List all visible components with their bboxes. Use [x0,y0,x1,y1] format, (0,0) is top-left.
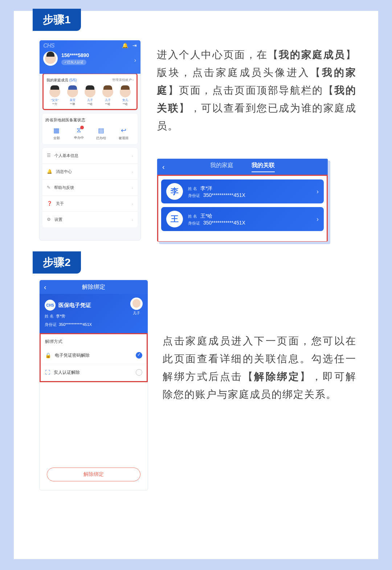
lock-icon: 🔒 [45,352,51,358]
status-done[interactable]: ▤已办结 [91,126,111,141]
chevron-right-icon: › [132,170,133,174]
back-icon[interactable]: ‹ [44,283,46,291]
chevron-right-icon: › [132,186,133,190]
step-1-tag: 步骤1 [33,9,81,31]
hourglass-icon: ⧖ [69,126,89,134]
family-member[interactable]: "父亲"**方 [46,86,63,106]
document-page: 步骤1 CHS 🔔 ⇥ 156****5890 ✓已实人认证 › 我的家庭成员 … [14,11,378,559]
preview-header: ‹ 我的家庭 我的关联 [157,159,328,175]
manage-family-link[interactable]: 管理亲情账户 › [112,78,134,83]
profile-header: CHS 🔔 ⇥ 156****5890 ✓已实人认证 › [40,40,140,74]
status-title: 跨省异地就医备案状态 [45,117,135,123]
unbind-button[interactable]: 解除绑定 [47,468,140,481]
surname-avatar: 李 [166,183,183,200]
id-card-icon: ☰ [47,153,51,158]
phone-screenshot-1: CHS 🔔 ⇥ 156****5890 ✓已实人认证 › 我的家庭成员 (5/5… [39,40,141,240]
status-processing[interactable]: ⧖申办中 [69,126,89,141]
pencil-icon: ✎ [47,185,50,190]
surname-avatar: 王 [166,211,183,227]
relations-list: 李 姓 名 李*洋 身份证 350***********451X › 王 姓 名… [157,175,328,242]
status-all[interactable]: ▦全部 [46,126,67,141]
chevron-right-icon: › [132,218,133,222]
relation-avatar: 儿子 [130,298,143,316]
menu-about[interactable]: ❓关于› [42,196,138,212]
chevron-right-icon: › [134,57,136,64]
family-count: (5/5) [69,78,77,82]
menu-personal-info[interactable]: ☰个人基本信息› [42,148,138,164]
family-members-row: "父亲"**方 美宝**琳 儿子**哈 儿子**哈 女儿**哈 [46,86,134,106]
card-title: 医保电子凭证 [58,302,91,309]
filing-status-panel: 跨省异地就医备案状态 ▦全部 ⧖申办中 ▤已办结 ↩被退回 [42,114,138,144]
my-relations-preview: ‹ 我的家庭 我的关联 李 姓 名 李*洋 身份证 350***********… [157,158,328,242]
tab-my-relations[interactable]: 我的关联 [252,162,275,172]
chevron-right-icon: › [132,154,133,158]
bell-outline-icon: 🔔 [47,169,52,174]
insurance-card: CHS医保电子凭证 姓 名李*旁 身份证350***********451X 儿… [40,294,148,333]
menu-messages[interactable]: 🔔消息中心› [42,164,138,180]
relation-card[interactable]: 李 姓 名 李*洋 身份证 350***********451X › [161,179,324,203]
question-icon: ❓ [47,201,52,206]
menu-settings[interactable]: ⚙设置› [42,212,138,227]
status-returned[interactable]: ↩被退回 [113,126,134,141]
radio-unselected[interactable] [136,369,142,376]
instruction-text-2: 点击家庭成员进入下一页面，您可以在此页面查看详细的关联信息。勾选任一解绑方式后点… [163,332,356,403]
gear-icon: ⚙ [47,217,51,222]
verified-badge: ✓已实人认证 [61,60,86,65]
user-avatar [43,51,58,66]
family-member[interactable]: 儿子**哈 [99,86,116,106]
check-doc-icon: ▤ [91,126,111,134]
instruction-text-1: 进入个人中心页面，在【我的家庭成员】版块，点击家庭成员头像进入【我的家庭】页面，… [157,46,356,135]
settings-list: ☰个人基本信息› 🔔消息中心› ✎帮助与反馈› ❓关于› ⚙设置› [42,148,138,227]
tab-my-family[interactable]: 我的家庭 [210,162,233,172]
grid-icon: ▦ [46,126,67,134]
relation-card[interactable]: 王 姓 名 王*哈 身份证 350***********451X › [161,207,324,231]
step-2-tag: 步骤2 [33,251,81,274]
page-title: 解除绑定 [82,283,105,291]
family-member[interactable]: 儿子**哈 [82,86,98,106]
family-member[interactable]: 美宝**琳 [64,86,81,106]
user-phone: 156****5890 [61,52,89,58]
return-icon: ↩ [113,126,134,134]
section-title: 解绑方式 [41,334,147,347]
unbind-header: ‹ 解除绑定 [40,280,148,294]
phone-screenshot-2: ‹ 解除绑定 CHS医保电子凭证 姓 名李*旁 身份证350**********… [39,280,148,490]
user-row[interactable]: 156****5890 ✓已实人认证 [43,51,137,66]
radio-selected[interactable] [136,352,142,359]
face-scan-icon: ⛶ [45,369,50,375]
family-members-panel[interactable]: 我的家庭成员 (5/5) 管理亲情账户 › "父亲"**方 美宝**琳 儿子**… [42,73,138,110]
unbind-option-password[interactable]: 🔒 电子凭证密码解除 [41,347,147,364]
chevron-right-icon: › [317,188,319,195]
menu-help[interactable]: ✎帮助与反馈› [42,180,138,196]
chevron-right-icon: › [132,202,133,206]
chevron-right-icon: › [317,215,319,223]
family-title: 我的家庭成员 [46,78,68,82]
unbind-method-section: 解绑方式 🔒 电子凭证密码解除 ⛶ 实人认证解除 [40,333,148,382]
family-member[interactable]: 女儿**哈 [117,86,134,106]
bell-icon[interactable]: 🔔 [122,43,128,48]
chs-badge-icon: CHS [45,300,56,311]
back-icon[interactable]: ‹ [162,163,165,171]
exit-icon[interactable]: ⇥ [132,43,137,48]
unbind-option-realname[interactable]: ⛶ 实人认证解除 [41,364,147,381]
